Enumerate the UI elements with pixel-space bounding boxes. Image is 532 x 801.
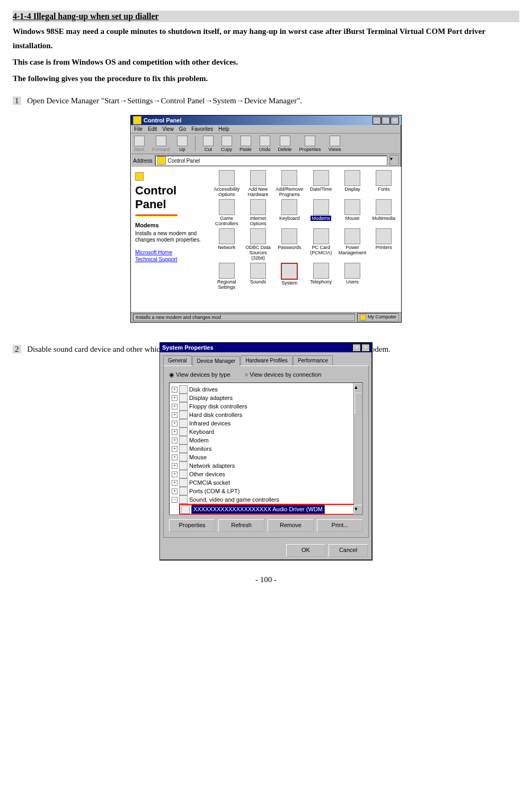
tree-scrollbar[interactable]: ▴ ▾ — [353, 383, 362, 514]
tab-device-manager[interactable]: Device Manager — [192, 356, 241, 366]
cp-icon-network[interactable]: Network — [211, 228, 242, 261]
dialog-close-button[interactable]: × — [361, 344, 370, 352]
tree-item[interactable]: +Hard disk controllers — [171, 411, 361, 419]
cp-icon-game-controllers[interactable]: Game Controllers — [211, 199, 242, 226]
cp-icon-power-management[interactable]: Power Management — [337, 228, 367, 261]
cp-icon-sounds[interactable]: Sounds — [243, 263, 273, 290]
cp-icon-internet-options[interactable]: Internet Options — [243, 199, 273, 226]
cp-icon-odbc-data-sources-32bit-[interactable]: ODBC Data Sources (32bit) — [243, 228, 273, 261]
intro-para-2: This case is from Windows OS and competi… — [13, 55, 519, 69]
toolbar-copy[interactable]: Copy — [221, 136, 232, 152]
tree-item[interactable]: +Display adapters — [171, 394, 361, 402]
properties-button[interactable]: Properties — [169, 519, 215, 532]
address-dropdown[interactable]: ▾ — [389, 155, 399, 166]
dialog-tabpanel: ◉ View devices by type ○ View devices by… — [163, 366, 369, 538]
device-tree[interactable]: +Disk drives+Display adapters+Floppy dis… — [169, 382, 363, 515]
close-button[interactable]: × — [391, 117, 399, 124]
cp-pane-title: Control Panel — [135, 184, 205, 211]
print-button[interactable]: Print... — [317, 519, 363, 532]
cp-icon-regional-settings[interactable]: Regional Settings — [211, 263, 242, 290]
tree-item[interactable]: +Monitors — [171, 444, 361, 453]
menu-file[interactable]: File — [134, 126, 143, 132]
toolbar-paste[interactable]: Paste — [240, 136, 252, 152]
tree-item[interactable]: +PCMCIA socket — [171, 478, 361, 487]
tree-item[interactable]: +Other devices — [171, 470, 361, 478]
tab-general[interactable]: General — [163, 355, 192, 366]
scroll-thumb[interactable] — [354, 393, 362, 415]
menu-edit[interactable]: Edit — [148, 126, 157, 132]
tree-item-selected-audio-driver[interactable]: XXXXXXXXXXXXXXXXXXXX Audio Driver (WDM — [179, 504, 361, 515]
scroll-up-button[interactable]: ▴ — [354, 383, 362, 393]
cp-icon-passwords[interactable]: Passwords — [274, 228, 305, 261]
toolbar-views[interactable]: Views — [329, 136, 341, 152]
scroll-down-button[interactable]: ▾ — [354, 505, 362, 514]
toolbar-back[interactable]: Back — [134, 136, 145, 152]
tree-item[interactable]: +Keyboard — [171, 428, 361, 436]
window-titlebar[interactable]: Control Panel _ □ × — [131, 115, 401, 125]
address-bar: Address Control Panel ▾ — [131, 154, 401, 167]
link-tech-support[interactable]: Technical Support — [135, 256, 205, 262]
cp-icon-fonts[interactable]: Fonts — [369, 170, 399, 197]
refresh-button[interactable]: Refresh — [218, 519, 264, 532]
menu-bar: File Edit View Go Favorites Help — [131, 125, 401, 133]
maximize-button[interactable]: □ — [382, 117, 390, 124]
ok-button[interactable]: OK — [286, 544, 325, 557]
address-label: Address — [133, 158, 153, 164]
cp-icon-display[interactable]: Display — [337, 170, 367, 197]
tree-item[interactable]: +Infrared devices — [171, 419, 361, 428]
radio-view-by-connection[interactable]: ○ View devices by connection — [245, 371, 322, 378]
link-ms-home[interactable]: Microsoft Home — [135, 250, 205, 255]
cp-icon-printers[interactable]: Printers — [369, 228, 399, 261]
dialog-tabs: General Device Manager Hardware Profiles… — [160, 352, 372, 366]
dialog-title: System Properties — [162, 344, 214, 351]
minimize-button[interactable]: _ — [373, 117, 381, 124]
cp-icon-telephony[interactable]: Telephony — [306, 263, 336, 290]
tree-item[interactable]: +Floppy disk controllers — [171, 402, 361, 411]
tab-performance[interactable]: Performance — [293, 355, 333, 366]
dialog-titlebar[interactable]: System Properties ? × — [160, 343, 372, 352]
intro-para-3: The following gives you the procedure to… — [13, 72, 519, 86]
address-input[interactable]: Control Panel — [155, 155, 387, 166]
cancel-button[interactable]: Cancel — [329, 544, 368, 557]
tree-item[interactable]: +Mouse — [171, 453, 361, 461]
remove-button[interactable]: Remove — [268, 519, 314, 532]
menu-help[interactable]: Help — [218, 126, 229, 132]
intro-para-1: Windows 98SE may need a couple minutes t… — [13, 24, 519, 53]
cp-icon-mouse[interactable]: Mouse — [337, 199, 367, 226]
menu-go[interactable]: Go — [179, 126, 186, 132]
cp-icon-add-new-hardware[interactable]: Add New Hardware — [243, 170, 273, 197]
address-folder-icon — [157, 156, 166, 165]
radio-view-by-type[interactable]: ◉ View devices by type — [169, 371, 230, 378]
control-panel-left-pane: Control Panel Modems Installs a new mode… — [131, 167, 209, 315]
cp-icon-system[interactable]: System — [274, 263, 305, 290]
toolbar-properties[interactable]: Properties — [299, 136, 321, 152]
tree-item[interactable]: +Modem — [171, 436, 361, 444]
menu-view[interactable]: View — [162, 126, 174, 132]
page-number: - 100 - — [13, 575, 519, 584]
dialog-help-button[interactable]: ? — [352, 344, 361, 352]
tree-item[interactable]: +Network adapters — [171, 461, 361, 470]
cp-icon-modems[interactable]: Modems — [306, 199, 336, 226]
status-right: My Computer — [357, 313, 399, 322]
cp-icon-users[interactable]: Users — [337, 263, 367, 290]
cp-icon-add-remove-programs[interactable]: Add/Remove Programs — [274, 170, 305, 197]
toolbar-up[interactable]: Up — [177, 136, 188, 152]
toolbar-undo[interactable]: Undo — [259, 136, 271, 152]
tree-item[interactable]: +Disk drives — [171, 385, 361, 394]
cp-icon-pc-card-pcmcia-[interactable]: PC Card (PCMCIA) — [306, 228, 336, 261]
tab-hardware-profiles[interactable]: Hardware Profiles — [241, 355, 292, 366]
control-panel-icon — [133, 116, 141, 124]
status-left: Installs a new modem and changes mod — [133, 314, 355, 321]
toolbar-delete[interactable]: Delete — [278, 136, 292, 152]
cp-icon-multimedia[interactable]: Multimedia — [369, 199, 399, 226]
menu-favorites[interactable]: Favorites — [191, 126, 213, 132]
tree-item[interactable]: −Sound, video and game controllers — [171, 495, 361, 504]
toolbar: Back Forward Up Cut Copy Paste Undo Dele… — [131, 133, 401, 154]
cp-icon-keyboard[interactable]: Keyboard — [274, 199, 305, 226]
toolbar-cut[interactable]: Cut — [203, 136, 214, 152]
toolbar-forward[interactable]: Forward — [152, 136, 170, 152]
tree-item[interactable]: +Ports (COM & LPT) — [171, 487, 361, 495]
cp-icon-date-time[interactable]: Date/Time — [306, 170, 336, 197]
control-panel-icons: Accessibility OptionsAdd New HardwareAdd… — [209, 167, 401, 315]
cp-icon-accessibility-options[interactable]: Accessibility Options — [211, 170, 242, 197]
